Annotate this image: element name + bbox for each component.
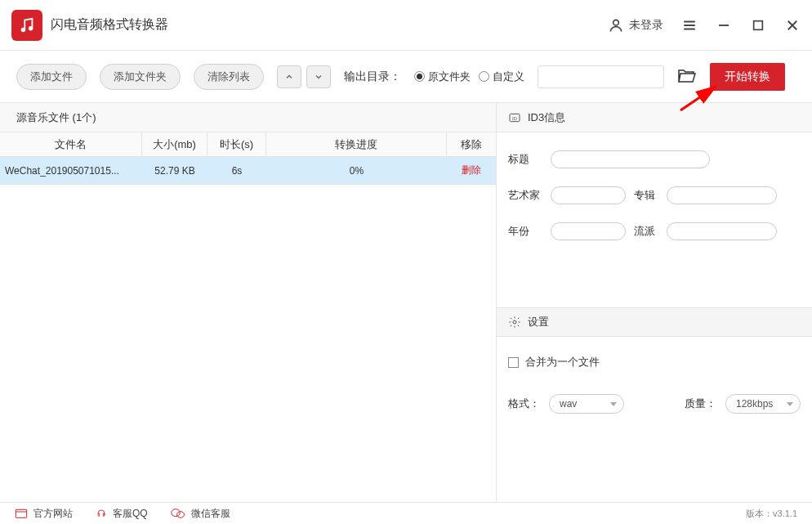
version-text: 版本：v3.1.1 (746, 508, 797, 520)
radio-icon (479, 71, 489, 82)
qq-support-text: 客服QQ (113, 507, 148, 521)
close-icon (785, 18, 800, 33)
wechat-support-text: 微信客服 (191, 507, 230, 521)
titlebar: 闪电音频格式转换器 未登录 (0, 0, 812, 51)
id-icon: ID (508, 111, 521, 124)
settings-header: 设置 (497, 307, 812, 337)
col-duration-header: 时长(s) (207, 132, 266, 156)
right-panel: ID ID3信息 标题 艺术家 专辑 年份 流派 设置 (497, 103, 812, 502)
output-path-input[interactable] (538, 65, 664, 88)
id3-header: ID ID3信息 (497, 103, 812, 132)
add-folder-button[interactable]: 添加文件夹 (100, 64, 181, 90)
svg-point-6 (513, 320, 516, 324)
id3-header-text: ID3信息 (528, 110, 565, 125)
qq-support-link[interactable]: 客服QQ (96, 507, 148, 521)
login-button[interactable]: 未登录 (608, 17, 663, 34)
hamburger-icon (682, 18, 697, 33)
year-input[interactable] (551, 222, 626, 240)
merge-label: 合并为一个文件 (525, 355, 600, 369)
format-select[interactable]: wav (549, 394, 624, 414)
output-label: 输出目录： (344, 69, 401, 84)
radio-custom-folder[interactable]: 自定义 (479, 69, 524, 84)
clear-list-button[interactable]: 清除列表 (194, 64, 264, 90)
merge-checkbox[interactable]: 合并为一个文件 (508, 355, 801, 369)
browser-icon (15, 508, 28, 519)
cell-duration: 6s (207, 157, 266, 184)
browse-folder-button[interactable] (677, 67, 697, 87)
svg-text:ID: ID (512, 115, 518, 120)
add-file-button[interactable]: 添加文件 (16, 64, 87, 90)
col-size-header: 大小(mb) (142, 132, 207, 156)
wechat-support-link[interactable]: 微信客服 (171, 507, 230, 521)
folder-open-icon (677, 67, 697, 83)
gear-icon (508, 316, 521, 329)
radio-source-label: 原文件夹 (428, 69, 471, 84)
chevron-down-icon (314, 72, 323, 82)
quality-select[interactable]: 128kbps (725, 394, 801, 414)
artist-input[interactable] (551, 186, 626, 204)
wechat-icon (171, 508, 185, 519)
file-list-panel: 源音乐文件 (1个) 文件名 大小(mb) 时长(s) 转换进度 移除 WeCh… (0, 103, 497, 502)
title-input[interactable] (551, 150, 710, 168)
minimize-button[interactable] (716, 17, 732, 34)
settings-header-text: 设置 (528, 315, 549, 329)
close-button[interactable] (784, 17, 801, 34)
footer: 官方网站 客服QQ 微信客服 版本：v3.1.1 (0, 502, 812, 524)
maximize-button[interactable] (750, 17, 766, 34)
album-input[interactable] (667, 186, 777, 204)
source-header: 源音乐文件 (1个) (0, 103, 496, 132)
col-name-header: 文件名 (0, 132, 142, 156)
svg-point-0 (21, 27, 26, 32)
year-label: 年份 (508, 224, 542, 239)
radio-custom-label: 自定义 (493, 69, 524, 84)
move-down-button[interactable] (306, 65, 331, 88)
title-label: 标题 (508, 152, 542, 167)
radio-icon (414, 71, 425, 82)
move-up-button[interactable] (277, 65, 301, 88)
checkbox-icon (508, 357, 519, 368)
radio-source-folder[interactable]: 原文件夹 (414, 69, 471, 84)
col-progress-header: 转换进度 (266, 132, 447, 156)
start-convert-button[interactable]: 开始转换 (710, 63, 785, 91)
svg-point-2 (613, 20, 619, 25)
app-logo-icon (11, 10, 42, 41)
delete-row-button[interactable]: 删除 (447, 157, 496, 184)
official-site-link[interactable]: 官方网站 (15, 507, 73, 521)
official-site-text: 官方网站 (33, 507, 73, 521)
svg-rect-7 (16, 509, 26, 517)
minimize-icon (716, 18, 731, 33)
app-title: 闪电音频格式转换器 (51, 16, 168, 34)
album-label: 专辑 (634, 188, 658, 203)
format-label: 格式： (508, 396, 542, 411)
artist-label: 艺术家 (508, 188, 542, 203)
toolbar: 添加文件 添加文件夹 清除列表 输出目录： 原文件夹 自定义 开始转换 (0, 51, 812, 103)
table-row[interactable]: WeChat_201905071015... 52.79 KB 6s 0% 删除 (0, 157, 496, 185)
maximize-icon (752, 19, 765, 32)
menu-button[interactable] (681, 17, 698, 34)
table-header: 文件名 大小(mb) 时长(s) 转换进度 移除 (0, 132, 496, 157)
chevron-up-icon (284, 72, 294, 82)
cell-filename: WeChat_201905071015... (0, 157, 142, 184)
genre-input[interactable] (667, 222, 777, 240)
svg-point-8 (171, 509, 180, 517)
col-remove-header: 移除 (447, 132, 496, 156)
genre-label: 流派 (634, 224, 658, 239)
login-text: 未登录 (629, 18, 663, 33)
user-icon (608, 17, 624, 34)
quality-label: 质量： (685, 396, 719, 411)
cell-size: 52.79 KB (142, 157, 207, 184)
svg-point-9 (176, 512, 184, 518)
svg-point-1 (29, 25, 33, 29)
cell-progress: 0% (266, 157, 447, 184)
svg-rect-3 (754, 20, 763, 29)
headset-icon (96, 507, 107, 520)
